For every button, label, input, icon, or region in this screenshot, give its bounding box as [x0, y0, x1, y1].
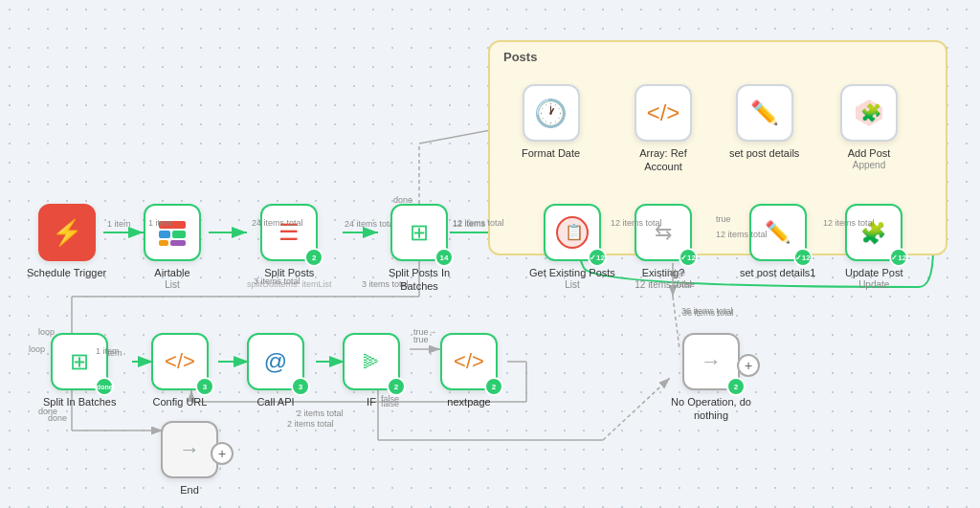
svg-rect-50: [159, 231, 170, 238]
svg-text:1 item: 1 item: [107, 219, 131, 229]
edge-label-1item-batches: 1 item: [96, 346, 120, 356]
edge-label-loop: loop: [29, 344, 45, 354]
edge-label-false: false: [667, 268, 685, 277]
add-post-label: Add Post: [848, 146, 891, 160]
config-url-badge: 3: [195, 377, 214, 396]
svg-rect-53: [170, 240, 186, 246]
schedule-trigger-node[interactable]: ⚡ Schedule Trigger: [27, 204, 106, 279]
set-post-details-node[interactable]: ✏️ set post details: [729, 84, 799, 160]
split-posts-batches-badge: 14: [434, 248, 454, 267]
nextpage-label: nextpage: [447, 395, 490, 409]
set-post-details1-badge: ✓12: [793, 248, 813, 267]
edge-label-3items: 3 items total: [254, 276, 301, 286]
set-post-details1-label: set post details1: [740, 266, 816, 279]
set-post-details1-node[interactable]: ✏️ ✓12 set post details1: [740, 204, 816, 279]
existing-badge: ✓12: [679, 248, 698, 267]
call-api-badge: 3: [291, 377, 310, 396]
edge-label-12items-set: 12 items total: [716, 230, 768, 239]
format-date-label: Format Date: [522, 146, 580, 160]
format-date-node[interactable]: 🕐 Format Date: [522, 84, 580, 160]
edge-label-12items-existing: 12 items total: [611, 218, 662, 228]
add-end-button[interactable]: +: [211, 442, 234, 465]
svg-text:📋: 📋: [565, 223, 584, 241]
edge-label-12items-update: 12 items total: [823, 218, 875, 228]
svg-rect-51: [172, 231, 186, 238]
config-url-label: Config URL: [153, 395, 208, 409]
edge-label-2items-total: 2 items total: [287, 419, 334, 429]
svg-rect-52: [159, 240, 168, 246]
split-in-batches-badge: done: [95, 377, 114, 396]
airtable-node[interactable]: Airtable List: [144, 204, 201, 290]
update-post-badge: ✓12: [889, 248, 908, 267]
call-api-node[interactable]: @ 3 Call API: [247, 333, 304, 409]
get-existing-posts-badge: ✓12: [588, 248, 607, 267]
edge-label-false-if: false: [381, 394, 399, 404]
edge-label-1item: 1 item: [148, 218, 172, 228]
schedule-trigger-label: Schedule Trigger: [27, 266, 106, 279]
get-existing-posts-label: Get Existing Posts: [529, 266, 615, 279]
nextpage-badge: 2: [484, 377, 503, 396]
get-existing-posts-node[interactable]: 📋 ✓12 Get Existing Posts List: [529, 204, 615, 290]
edge-label-12items-batches: 12 items total: [453, 218, 504, 228]
if-badge: 2: [387, 377, 406, 396]
svg-text:🧩: 🧩: [860, 102, 882, 123]
end-node[interactable]: → End: [161, 421, 218, 497]
if-label: IF: [367, 395, 376, 409]
split-posts-batches-node[interactable]: ⊞ 14 Split Posts In Batches: [376, 204, 462, 294]
no-operation-node[interactable]: → 2 No Operation, do nothing: [663, 333, 759, 423]
no-operation-label: No Operation, do nothing: [663, 395, 759, 423]
ref-account-node[interactable]: </> Array: Ref Account: [620, 84, 706, 174]
call-api-label: Call API: [256, 395, 294, 409]
edge-label-done: done: [38, 407, 57, 416]
svg-text:2 items total: 2 items total: [297, 409, 344, 418]
set-post-details-label: set post details: [729, 146, 799, 160]
add-post-sublabel: Append: [853, 160, 885, 170]
update-post-label: Update Post: [845, 266, 903, 279]
update-post-sublabel: Update: [858, 279, 889, 290]
edge-label-true-if: true→: [413, 327, 437, 337]
ref-account-label: Array: Ref Account: [620, 146, 706, 174]
airtable-label: Airtable: [154, 266, 189, 279]
edge-label-done-batches: done: [393, 195, 412, 205]
update-post-node[interactable]: 🧩 ✓12 Update Post Update: [845, 204, 903, 290]
split-in-batches-node[interactable]: ⊞ done Split In Batches: [43, 333, 116, 409]
posts-group-title: Posts: [503, 50, 537, 64]
svg-line-45: [603, 378, 670, 440]
no-operation-badge: 2: [726, 377, 746, 396]
get-existing-posts-sublabel: List: [565, 279, 580, 290]
config-url-node[interactable]: </> 3 Config URL: [151, 333, 209, 409]
edge-label-24items: 24 items total: [252, 218, 303, 228]
edge-label-36items-total: 36 items total: [681, 306, 733, 316]
add-post-node[interactable]: 🧩 Add Post Append: [840, 84, 898, 170]
split-posts-badge: 2: [304, 248, 323, 267]
airtable-sublabel: List: [165, 279, 180, 290]
add-node-button[interactable]: +: [737, 354, 760, 377]
end-label: End: [180, 483, 199, 497]
workflow-canvas: 1 item 24 items total 12 items total 12 …: [0, 0, 980, 508]
nextpage-node[interactable]: </> 2 nextpage: [440, 333, 498, 409]
edge-label-true: true: [716, 214, 731, 224]
split-posts-batches-label: Split Posts In Batches: [376, 266, 462, 294]
existing-sublabel: 12 items total: [635, 279, 691, 290]
